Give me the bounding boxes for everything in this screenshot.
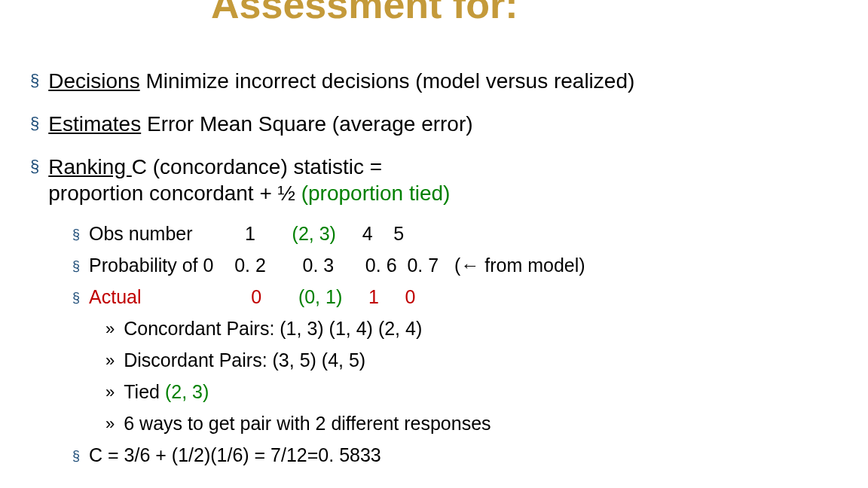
estimates-underline: Estimates xyxy=(48,112,141,136)
obs-tail: 4 5 xyxy=(336,223,404,244)
slide-title: Assessment for: xyxy=(211,0,518,24)
decisions-underline: Decisions xyxy=(48,69,139,93)
sub-marker: § xyxy=(72,444,80,467)
sub-obs-number: § Obs number 1 (2, 3) 4 5 xyxy=(72,223,860,246)
concordant-text: Concordant Pairs: (1, 3) (1, 4) (2, 4) xyxy=(124,318,422,340)
content-area: § Decisions Minimize incorrect decisions… xyxy=(30,68,860,476)
prob-label: Probability of 0 0. 2 0. 3 0. 6 0. 7 ( xyxy=(89,255,460,276)
ranking-underline: Ranking xyxy=(48,155,132,178)
actual-green: (0, 1) xyxy=(298,286,342,307)
subsub-marker: » xyxy=(105,318,115,340)
left-arrow-icon: ← xyxy=(460,255,479,276)
subsub-marker: » xyxy=(105,413,115,435)
estimates-text: Error Mean Square (average error) xyxy=(141,112,472,136)
bullet-marker: § xyxy=(30,111,39,136)
tied-pre: Tied xyxy=(124,381,165,402)
subsub-concordant: » Concordant Pairs: (1, 3) (1, 4) (2, 4) xyxy=(105,318,860,340)
sub-actual: § Actual 0 (0, 1) 1 0 xyxy=(72,286,860,309)
ranking-text-b: proportion concordant + ½ xyxy=(48,181,301,205)
tied-green: (2, 3) xyxy=(165,381,209,402)
subsub-ways: » 6 ways to get pair with 2 different re… xyxy=(105,413,860,435)
sub-probability: § Probability of 0 0. 2 0. 3 0. 6 0. 7 (… xyxy=(72,255,860,277)
discordant-text: Discordant Pairs: (3, 5) (4, 5) xyxy=(124,349,365,371)
subsub-tied: » Tied (2, 3) xyxy=(105,381,860,404)
bullet-marker: § xyxy=(30,68,39,93)
bullet-estimates: § Estimates Error Mean Square (average e… xyxy=(30,111,860,137)
sub-marker: § xyxy=(72,223,80,246)
actual-label: Actual 0 xyxy=(89,286,298,307)
sub-c-calc: § C = 3/6 + (1/2)(1/6) = 7/12=0. 5833 xyxy=(72,444,860,467)
obs-label: Obs number 1 xyxy=(89,223,292,244)
ranking-text-a: C (concordance) statistic = xyxy=(132,155,382,178)
bullet-ranking: § Ranking C (concordance) statistic = pr… xyxy=(30,154,860,206)
bullet-marker: § xyxy=(30,154,39,179)
obs-green: (2, 3) xyxy=(292,223,336,244)
bullet-decisions: § Decisions Minimize incorrect decisions… xyxy=(30,68,860,94)
c-calc-text: C = 3/6 + (1/2)(1/6) = 7/12=0. 5833 xyxy=(89,444,381,466)
subsub-discordant: » Discordant Pairs: (3, 5) (4, 5) xyxy=(105,349,860,372)
sub-marker: § xyxy=(72,255,80,277)
subsub-marker: » xyxy=(105,349,115,372)
prob-tail: from model) xyxy=(479,255,585,276)
sub-marker: § xyxy=(72,286,80,309)
decisions-text: Minimize incorrect decisions (model vers… xyxy=(140,69,635,93)
ways-text: 6 ways to get pair with 2 different resp… xyxy=(124,413,491,435)
actual-tail: 1 0 xyxy=(342,286,415,307)
subsub-marker: » xyxy=(105,381,115,404)
ranking-text-green: (proportion tied) xyxy=(301,181,451,205)
